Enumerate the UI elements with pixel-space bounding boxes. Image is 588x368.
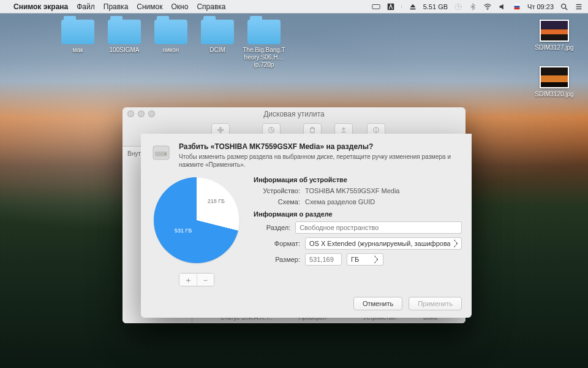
- device-value: TOSHIBA MK7559GSXF Media: [305, 187, 462, 194]
- desktop-folder[interactable]: 100SIGMA: [103, 20, 146, 54]
- menu-snapshot[interactable]: Снимок: [137, 2, 162, 11]
- svg-rect-0: [372, 4, 380, 9]
- pie-used-label: 531 ГБ: [175, 228, 192, 234]
- folder-icon: [61, 20, 94, 44]
- zoom-button[interactable]: [148, 110, 155, 117]
- notification-center-icon[interactable]: [575, 2, 583, 11]
- svg-point-16: [165, 153, 166, 155]
- desktop-folder[interactable]: The.Big.Bang.Theory.S06.H…ip.720p: [243, 20, 285, 69]
- status-wifi-icon[interactable]: [483, 2, 492, 11]
- desktop-folder[interactable]: мак: [56, 20, 99, 54]
- menu-edit[interactable]: Правка: [104, 2, 129, 11]
- partition-add-remove: ＋ －: [179, 273, 214, 286]
- status-flag-icon[interactable]: [513, 2, 521, 11]
- scheme-key: Схема:: [254, 198, 300, 205]
- minimize-button[interactable]: [138, 110, 145, 117]
- partition-key: Раздел:: [254, 224, 290, 231]
- folder-icon: [247, 20, 281, 44]
- file-label: SDIM3120.jpg: [533, 91, 576, 98]
- folder-label: DCIM: [196, 47, 239, 54]
- folder-icon: [201, 20, 234, 44]
- menu-file[interactable]: Файл: [77, 2, 95, 11]
- size-input[interactable]: [305, 253, 342, 266]
- format-select[interactable]: OS X Extended (журналируемый, зашифрован…: [305, 237, 462, 250]
- partition-add-button[interactable]: ＋: [179, 274, 197, 286]
- status-adobe-icon[interactable]: [386, 2, 395, 11]
- partition-sheet: Разбить «TOSHIBA MK7559GSXF Media» на ра…: [141, 134, 472, 318]
- status-volume-icon[interactable]: [498, 2, 507, 11]
- svg-rect-4: [514, 4, 520, 6]
- pie-free-label: 218 ГБ: [208, 198, 225, 204]
- svg-point-7: [562, 4, 566, 8]
- harddrive-icon: [151, 142, 172, 163]
- scheme-value: Схема разделов GUID: [305, 198, 462, 205]
- desktop-file[interactable]: SDIM3120.jpg: [533, 66, 576, 98]
- svg-line-8: [565, 7, 568, 10]
- status-memory-text[interactable]: 5.51 GB: [423, 3, 448, 10]
- size-unit-select[interactable]: ГБ: [347, 253, 383, 266]
- svg-rect-5: [514, 6, 520, 7]
- folder-icon: [108, 20, 141, 44]
- device-key: Устройство:: [254, 187, 300, 194]
- status-eject-icon[interactable]: [409, 2, 417, 11]
- partition-pie-chart[interactable]: 218 ГБ 531 ГБ: [154, 177, 239, 263]
- menu-window[interactable]: Окно: [171, 2, 188, 11]
- desktop-file[interactable]: SDIM3127.jpg: [533, 20, 576, 52]
- folder-label: мак: [56, 47, 99, 54]
- size-key: Размер:: [254, 256, 300, 263]
- folder-label: никон: [149, 47, 192, 54]
- svg-point-3: [487, 9, 488, 10]
- status-timemachine-icon[interactable]: [454, 2, 462, 11]
- folder-label: 100SIGMA: [103, 47, 146, 54]
- status-bluetooth-icon[interactable]: [469, 2, 477, 11]
- cancel-button[interactable]: Отменить: [353, 297, 402, 310]
- status-clock[interactable]: Чт 09:23: [527, 3, 554, 10]
- menubar: Снимок экрана Файл Правка Снимок Окно Сп…: [0, 0, 588, 13]
- apply-button[interactable]: Применить: [409, 297, 462, 310]
- close-button[interactable]: [127, 110, 134, 117]
- image-thumbnail: [540, 66, 569, 88]
- status-keyboard-icon[interactable]: [372, 2, 380, 11]
- folder-label: The.Big.Bang.Theory.S06.H…ip.720p: [243, 47, 285, 69]
- sheet-title: Разбить «TOSHIBA MK7559GSXF Media» на ра…: [179, 142, 462, 151]
- desktop-folder[interactable]: DCIM: [196, 20, 239, 54]
- traffic-lights: [127, 110, 155, 117]
- device-info-heading: Информация об устройстве: [254, 176, 462, 183]
- status-separator: :: [401, 4, 402, 9]
- app-name[interactable]: Снимок экрана: [13, 2, 68, 11]
- image-thumbnail: [540, 20, 569, 42]
- file-label: SDIM3127.jpg: [533, 44, 576, 52]
- desktop-folder[interactable]: никон: [149, 20, 192, 54]
- partition-info-heading: Информация о разделе: [254, 210, 462, 218]
- menu-help[interactable]: Справка: [197, 2, 225, 11]
- spotlight-icon[interactable]: [560, 2, 568, 11]
- window-titlebar[interactable]: Дисковая утилита: [123, 107, 466, 121]
- partition-remove-button[interactable]: －: [197, 274, 214, 286]
- svg-rect-6: [514, 7, 520, 9]
- sheet-subtitle: Чтобы изменить размер раздела на выбранн…: [179, 153, 462, 169]
- partition-name-input: [295, 221, 462, 234]
- window-title: Дисковая утилита: [263, 110, 325, 118]
- format-key: Формат:: [254, 240, 300, 247]
- folder-icon: [154, 20, 187, 44]
